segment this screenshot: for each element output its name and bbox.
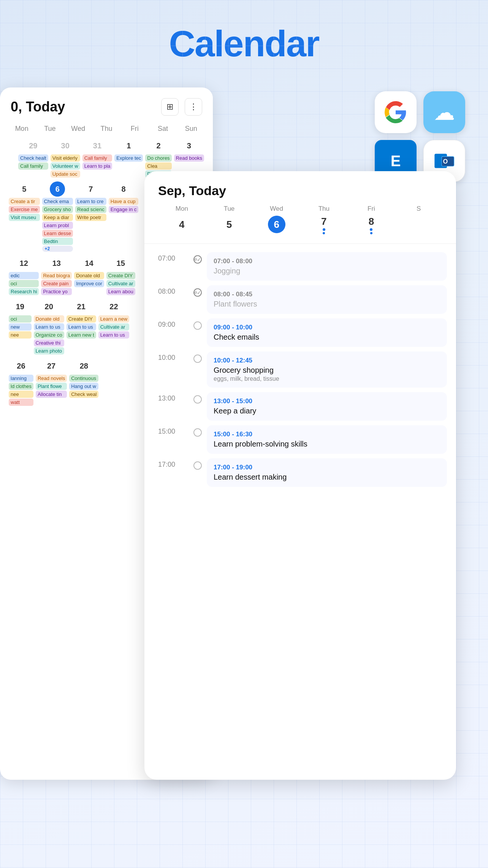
cal-day-6-today[interactable]: 6 Check ema Grocery sho Keep a diar Lear… <box>41 180 74 253</box>
tl-event-title-dessert: Learn dessert making <box>214 473 440 482</box>
cal-event[interactable]: Cultivate ar <box>98 323 130 331</box>
cal-event[interactable]: Create pain <box>41 280 72 287</box>
tl-event-jogging[interactable]: 07:00 - 08:00 Jogging <box>207 252 447 281</box>
detail-date-5[interactable]: 5 <box>206 216 253 234</box>
cal-event[interactable]: nee <box>9 391 33 398</box>
detail-date-6-today[interactable]: 6 <box>253 216 300 234</box>
cal-event[interactable]: watt <box>9 399 33 406</box>
cal-day-22[interactable]: 22 Learn a new Cultivate ar Learn to us <box>97 297 131 356</box>
cal-day-7[interactable]: 7 Learn to cre Read scienc Write poetr <box>74 180 108 253</box>
cal-event[interactable]: Plant flowe <box>36 383 67 390</box>
cal-event[interactable]: Engage in c <box>109 206 139 213</box>
cal-event[interactable]: Do chores <box>145 154 171 162</box>
cal-date-12: 12 <box>16 256 32 271</box>
cal-event[interactable]: Learn probl <box>42 222 73 229</box>
cal-event[interactable]: Practice yo <box>41 288 72 295</box>
cal-event[interactable]: Learn to us <box>98 331 130 339</box>
tl-dot-1300 <box>193 395 202 404</box>
tl-event-diary[interactable]: 13:00 - 15:00 Keep a diary <box>207 392 447 421</box>
cal-event[interactable]: Learn to us <box>67 323 96 331</box>
cal-more-button[interactable]: ⋮ <box>185 98 202 116</box>
cal-event[interactable]: Check healt <box>18 154 48 162</box>
cal-event[interactable]: Learn to cre <box>75 198 106 205</box>
cal-event[interactable]: Allocate tin <box>36 391 67 398</box>
cal-event[interactable]: Cultivate ar <box>106 280 135 287</box>
cal-event[interactable]: Learn desse <box>42 230 73 237</box>
cal-event[interactable]: Read biogra <box>41 272 72 279</box>
cal-event[interactable]: ld clothes <box>9 383 33 390</box>
cal-event-more[interactable]: +2 <box>42 246 73 252</box>
cal-events-1: Explore tec <box>114 154 143 162</box>
cal-event[interactable]: Check weal <box>69 391 98 398</box>
detail-date-8[interactable]: 8 <box>348 216 395 234</box>
cal-day-15[interactable]: 15 Create DIY Cultivate ar Learn abou <box>105 254 136 297</box>
tl-event-emails[interactable]: 09:00 - 10:00 Check emails <box>207 318 447 347</box>
cal-event[interactable]: Write poetr <box>75 214 106 221</box>
cal-event[interactable]: Volunteer w <box>51 162 80 170</box>
cal-day-21[interactable]: 21 Create DIY Learn to us Learn new t <box>65 297 97 356</box>
cal-event[interactable]: Exercise me <box>9 206 40 213</box>
cal-event[interactable]: Donate old <box>34 315 64 323</box>
cal-event[interactable]: Learn to us <box>34 323 64 331</box>
cal-event[interactable]: Organize co <box>34 331 64 339</box>
cal-event[interactable]: Check ema <box>42 198 73 205</box>
tl-event-problemsolving[interactable]: 15:00 - 16:30 Learn problem-solving skil… <box>207 425 447 454</box>
cal-day-27[interactable]: 27 Read novels Plant flowe Allocate tin <box>35 357 68 407</box>
cal-event[interactable]: Research hi <box>9 288 39 295</box>
cal-event[interactable]: Grocery sho <box>42 206 73 213</box>
cal-day-20[interactable]: 20 Donate old Learn to us Organize co Cr… <box>33 297 65 356</box>
tl-event-dessert[interactable]: 17:00 - 19:00 Learn dessert making <box>207 458 447 487</box>
cal-day-31[interactable]: 31 Call family Learn to pla <box>81 137 114 179</box>
cal-event[interactable]: Creative thi <box>34 339 64 347</box>
cal-events-28: Continuous Hang out w Check weal <box>69 375 98 398</box>
cal-event[interactable]: Update soc <box>51 170 80 178</box>
cal-event[interactable]: Visit museu <box>9 214 40 221</box>
cal-event[interactable]: Donate old <box>74 272 104 279</box>
cal-day-5[interactable]: 5 Create a tir Exercise me Visit museu <box>8 180 41 253</box>
cal-day-28[interactable]: 28 Continuous Hang out w Check weal <box>68 357 100 407</box>
cal-day-12[interactable]: 12 edic oci Research hi <box>8 254 40 297</box>
cal-day-8[interactable]: 8 Have a cup Engage in c <box>108 180 140 253</box>
cal-event[interactable]: Create DIY <box>67 315 96 323</box>
cal-event[interactable]: Learn abou <box>106 288 135 295</box>
cal-day-1[interactable]: 1 Explore tec <box>113 137 144 179</box>
cal-event[interactable]: edic <box>9 272 39 279</box>
cal-event[interactable]: lanning <box>9 375 33 382</box>
cal-event[interactable]: Improve cor <box>74 280 104 287</box>
cal-event[interactable]: oci <box>9 315 32 323</box>
cal-day-29[interactable]: 29 Check healt Call family <box>17 137 49 179</box>
cal-event[interactable]: Learn new t <box>67 331 96 339</box>
cal-event[interactable]: Create DIY <box>106 272 135 279</box>
cal-day-30[interactable]: 30 Visit elderly Volunteer w Update soc <box>49 137 81 179</box>
cal-event[interactable]: Continuous <box>69 375 98 382</box>
cal-day-13[interactable]: 13 Read biogra Create pain Practice yo <box>40 254 73 297</box>
detail-date-7[interactable]: 7 <box>300 216 348 234</box>
cal-event[interactable]: Learn photo <box>34 347 64 355</box>
cal-event[interactable]: Learn to pla <box>82 162 112 170</box>
cal-event[interactable]: Create a tir <box>9 198 40 205</box>
cal-event[interactable]: Have a cup <box>109 198 139 205</box>
cal-event[interactable]: Call family <box>18 162 48 170</box>
cal-event[interactable]: Read novels <box>36 375 67 382</box>
cal-event[interactable]: Read books <box>174 154 204 162</box>
cal-event[interactable]: Hang out w <box>69 383 98 390</box>
cal-event[interactable]: Keep a diar <box>42 214 73 221</box>
cal-event[interactable]: Learn a new <box>98 315 130 323</box>
tl-event-plant[interactable]: 08:00 - 08:45 Plant flowers <box>207 285 447 314</box>
cal-day-26[interactable]: 26 lanning ld clothes nee watt <box>8 357 35 407</box>
cal-day-14[interactable]: 14 Donate old Improve cor <box>73 254 105 297</box>
tl-dot-col-0700 <box>189 250 207 264</box>
cal-event[interactable]: new <box>9 323 32 331</box>
tl-event-grocery[interactable]: 10:00 - 12:45 Grocery shopping eggs, mil… <box>207 351 447 388</box>
cal-event[interactable]: oci <box>9 280 39 287</box>
cal-event[interactable]: Visit elderly <box>51 154 80 162</box>
cal-event[interactable]: Bedtin <box>42 238 73 245</box>
cal-event[interactable]: Explore tec <box>114 154 143 162</box>
cal-event[interactable]: Call family <box>82 154 112 162</box>
detail-date-4[interactable]: 4 <box>158 216 206 234</box>
cal-grid-view-button[interactable]: ⊞ <box>161 98 179 116</box>
cal-event[interactable]: Clea <box>145 162 171 170</box>
cal-event[interactable]: Read scienc <box>75 206 106 213</box>
cal-event[interactable]: nee <box>9 331 32 339</box>
cal-day-19[interactable]: 19 oci new nee <box>8 297 33 356</box>
